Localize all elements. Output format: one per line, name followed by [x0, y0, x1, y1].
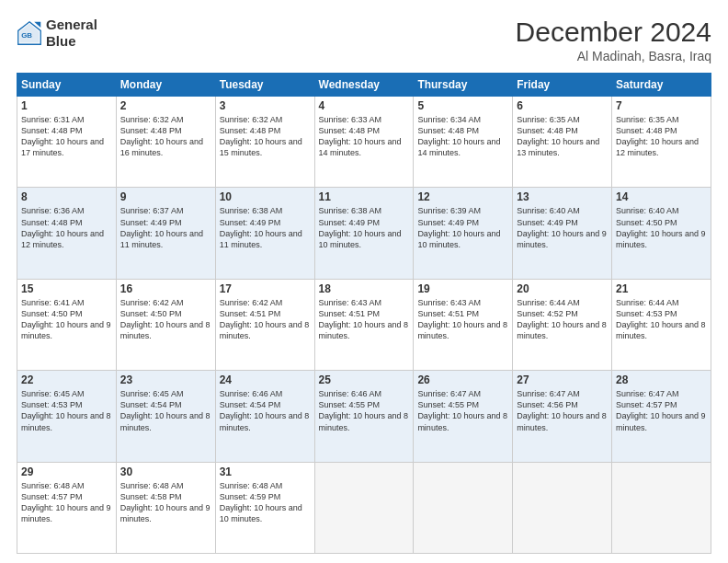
- day-number: 15: [21, 282, 112, 295]
- day-number: 31: [220, 465, 311, 478]
- cell-info: Sunrise: 6:43 AMSunset: 4:51 PMDaylight:…: [319, 298, 409, 340]
- cell-info: Sunrise: 6:31 AMSunset: 4:48 PMDaylight:…: [21, 115, 104, 157]
- cell-info: Sunrise: 6:37 AMSunset: 4:49 PMDaylight:…: [120, 206, 203, 248]
- day-number: 7: [616, 99, 707, 112]
- day-number: 17: [220, 282, 311, 295]
- cell-info: Sunrise: 6:40 AMSunset: 4:50 PMDaylight:…: [616, 206, 706, 248]
- calendar-cell: 14Sunrise: 6:40 AMSunset: 4:50 PMDayligh…: [612, 188, 711, 279]
- day-number: 21: [616, 282, 707, 295]
- day-number: 4: [319, 99, 410, 112]
- cell-info: Sunrise: 6:44 AMSunset: 4:53 PMDaylight:…: [616, 298, 706, 340]
- cell-info: Sunrise: 6:35 AMSunset: 4:48 PMDaylight:…: [616, 115, 699, 157]
- cell-info: Sunrise: 6:33 AMSunset: 4:48 PMDaylight:…: [319, 115, 402, 157]
- day-number: 13: [517, 190, 608, 203]
- calendar-cell: [513, 462, 612, 553]
- cell-info: Sunrise: 6:47 AMSunset: 4:55 PMDaylight:…: [417, 389, 507, 431]
- calendar-cell: 4Sunrise: 6:33 AMSunset: 4:48 PMDaylight…: [314, 97, 414, 188]
- cell-info: Sunrise: 6:34 AMSunset: 4:48 PMDaylight:…: [417, 115, 500, 157]
- calendar-cell: [612, 462, 711, 553]
- day-number: 12: [417, 190, 508, 203]
- cell-info: Sunrise: 6:42 AMSunset: 4:50 PMDaylight:…: [120, 298, 210, 340]
- day-number: 20: [517, 282, 608, 295]
- cell-info: Sunrise: 6:48 AMSunset: 4:59 PMDaylight:…: [220, 481, 302, 523]
- cell-info: Sunrise: 6:32 AMSunset: 4:48 PMDaylight:…: [120, 115, 203, 157]
- cell-info: Sunrise: 6:48 AMSunset: 4:58 PMDaylight:…: [120, 481, 210, 523]
- day-number: 27: [517, 373, 608, 386]
- cell-info: Sunrise: 6:35 AMSunset: 4:48 PMDaylight:…: [517, 115, 599, 157]
- calendar-week-5: 29Sunrise: 6:48 AMSunset: 4:57 PMDayligh…: [17, 462, 711, 553]
- title-block: December 2024 Al Madinah, Basra, Iraq: [516, 17, 711, 63]
- day-number: 11: [319, 190, 410, 203]
- calendar-week-1: 1Sunrise: 6:31 AMSunset: 4:48 PMDaylight…: [17, 97, 711, 188]
- page: GB General Blue December 2024 Al Madinah…: [0, 0, 728, 563]
- logo-line1: General: [46, 17, 97, 33]
- day-number: 1: [21, 99, 112, 112]
- calendar-cell: 8Sunrise: 6:36 AMSunset: 4:48 PMDaylight…: [17, 188, 117, 279]
- cell-info: Sunrise: 6:38 AMSunset: 4:49 PMDaylight:…: [319, 206, 402, 248]
- calendar-cell: 30Sunrise: 6:48 AMSunset: 4:58 PMDayligh…: [116, 462, 215, 553]
- day-number: 5: [417, 99, 508, 112]
- calendar-cell: 7Sunrise: 6:35 AMSunset: 4:48 PMDaylight…: [612, 97, 711, 188]
- cell-info: Sunrise: 6:32 AMSunset: 4:48 PMDaylight:…: [220, 115, 302, 157]
- col-header-tuesday: Tuesday: [215, 74, 314, 97]
- calendar-cell: 6Sunrise: 6:35 AMSunset: 4:48 PMDaylight…: [513, 97, 612, 188]
- day-number: 14: [616, 190, 707, 203]
- day-number: 23: [120, 373, 211, 386]
- calendar-cell: 18Sunrise: 6:43 AMSunset: 4:51 PMDayligh…: [314, 279, 414, 370]
- calendar-cell: 10Sunrise: 6:38 AMSunset: 4:49 PMDayligh…: [215, 188, 314, 279]
- day-number: 25: [319, 373, 410, 386]
- calendar-cell: 20Sunrise: 6:44 AMSunset: 4:52 PMDayligh…: [513, 279, 612, 370]
- calendar-cell: 24Sunrise: 6:46 AMSunset: 4:54 PMDayligh…: [215, 371, 314, 462]
- calendar-cell: 9Sunrise: 6:37 AMSunset: 4:49 PMDaylight…: [116, 188, 215, 279]
- cell-info: Sunrise: 6:42 AMSunset: 4:51 PMDaylight:…: [220, 298, 310, 340]
- col-header-saturday: Saturday: [612, 74, 711, 97]
- calendar-cell: 11Sunrise: 6:38 AMSunset: 4:49 PMDayligh…: [314, 188, 414, 279]
- calendar-cell: 22Sunrise: 6:45 AMSunset: 4:53 PMDayligh…: [17, 371, 117, 462]
- cell-info: Sunrise: 6:41 AMSunset: 4:50 PMDaylight:…: [21, 298, 111, 340]
- calendar-cell: 29Sunrise: 6:48 AMSunset: 4:57 PMDayligh…: [17, 462, 117, 553]
- calendar-cell: [414, 462, 513, 553]
- cell-info: Sunrise: 6:40 AMSunset: 4:49 PMDaylight:…: [517, 206, 607, 248]
- cell-info: Sunrise: 6:38 AMSunset: 4:49 PMDaylight:…: [220, 206, 302, 248]
- col-header-sunday: Sunday: [17, 74, 117, 97]
- cell-info: Sunrise: 6:45 AMSunset: 4:54 PMDaylight:…: [120, 389, 210, 431]
- header: GB General Blue December 2024 Al Madinah…: [17, 17, 711, 63]
- cell-info: Sunrise: 6:47 AMSunset: 4:57 PMDaylight:…: [616, 389, 706, 431]
- calendar-cell: 13Sunrise: 6:40 AMSunset: 4:49 PMDayligh…: [513, 188, 612, 279]
- main-title: December 2024: [516, 17, 711, 47]
- day-number: 3: [220, 99, 311, 112]
- subtitle: Al Madinah, Basra, Iraq: [516, 49, 711, 63]
- calendar-cell: 16Sunrise: 6:42 AMSunset: 4:50 PMDayligh…: [116, 279, 215, 370]
- day-number: 30: [120, 465, 211, 478]
- cell-info: Sunrise: 6:45 AMSunset: 4:53 PMDaylight:…: [21, 389, 111, 431]
- calendar-table: SundayMondayTuesdayWednesdayThursdayFrid…: [17, 73, 711, 554]
- day-number: 22: [21, 373, 112, 386]
- logo-line2: Blue: [46, 33, 97, 50]
- calendar-cell: 1Sunrise: 6:31 AMSunset: 4:48 PMDaylight…: [17, 97, 117, 188]
- day-number: 6: [517, 99, 608, 112]
- calendar-week-2: 8Sunrise: 6:36 AMSunset: 4:48 PMDaylight…: [17, 188, 711, 279]
- calendar-cell: 17Sunrise: 6:42 AMSunset: 4:51 PMDayligh…: [215, 279, 314, 370]
- calendar-cell: 27Sunrise: 6:47 AMSunset: 4:56 PMDayligh…: [513, 371, 612, 462]
- day-number: 29: [21, 465, 112, 478]
- day-number: 10: [220, 190, 311, 203]
- cell-info: Sunrise: 6:36 AMSunset: 4:48 PMDaylight:…: [21, 206, 104, 248]
- day-number: 16: [120, 282, 211, 295]
- calendar-week-3: 15Sunrise: 6:41 AMSunset: 4:50 PMDayligh…: [17, 279, 711, 370]
- col-header-friday: Friday: [513, 74, 612, 97]
- day-number: 9: [120, 190, 211, 203]
- cell-info: Sunrise: 6:46 AMSunset: 4:55 PMDaylight:…: [319, 389, 409, 431]
- day-number: 19: [417, 282, 508, 295]
- cell-info: Sunrise: 6:46 AMSunset: 4:54 PMDaylight:…: [220, 389, 310, 431]
- logo-icon: GB: [17, 20, 42, 46]
- day-number: 24: [220, 373, 311, 386]
- calendar-week-4: 22Sunrise: 6:45 AMSunset: 4:53 PMDayligh…: [17, 371, 711, 462]
- calendar-cell: 19Sunrise: 6:43 AMSunset: 4:51 PMDayligh…: [414, 279, 513, 370]
- calendar-cell: 2Sunrise: 6:32 AMSunset: 4:48 PMDaylight…: [116, 97, 215, 188]
- cell-info: Sunrise: 6:44 AMSunset: 4:52 PMDaylight:…: [517, 298, 607, 340]
- calendar-cell: 28Sunrise: 6:47 AMSunset: 4:57 PMDayligh…: [612, 371, 711, 462]
- calendar-cell: 3Sunrise: 6:32 AMSunset: 4:48 PMDaylight…: [215, 97, 314, 188]
- day-number: 18: [319, 282, 410, 295]
- day-number: 26: [417, 373, 508, 386]
- cell-info: Sunrise: 6:47 AMSunset: 4:56 PMDaylight:…: [517, 389, 607, 431]
